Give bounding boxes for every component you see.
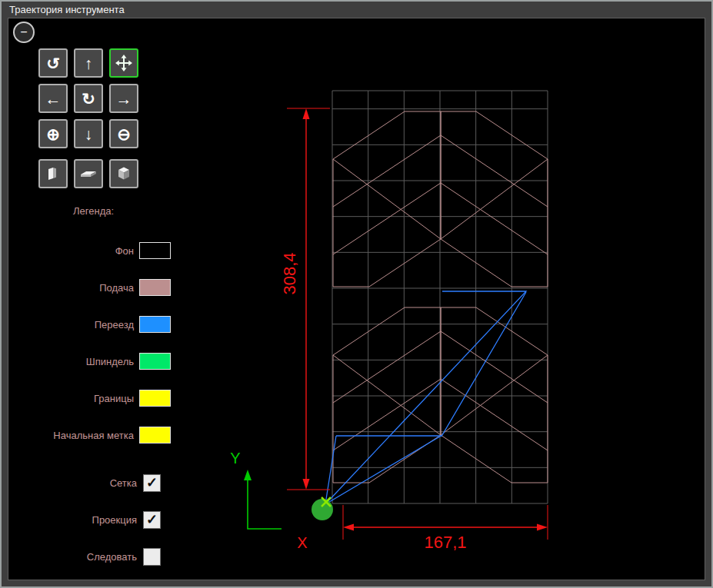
rotate-ccw-icon: ↺	[46, 55, 60, 71]
dim-arrow	[537, 524, 548, 531]
option-follow: Следовать	[15, 547, 161, 566]
zoom-in-icon: ⊕	[46, 126, 60, 142]
arrow-right-icon: →	[116, 91, 132, 107]
feed-path	[333, 379, 441, 450]
pan-right-button[interactable]: →	[109, 84, 138, 113]
x-axis-label: X	[297, 534, 307, 551]
grid-checkbox[interactable]: ✓	[143, 474, 161, 492]
zoom-in-button[interactable]: ⊕	[38, 119, 68, 148]
arrow-down-icon: ↓	[85, 126, 93, 142]
origin-marker	[312, 499, 333, 520]
view-iso-button[interactable]	[109, 159, 138, 188]
legend-label: Шпиндель	[86, 356, 134, 367]
legend-item-background: Фон	[15, 241, 171, 260]
option-label: Проекция	[92, 514, 137, 526]
dim-label-height: 308,4	[280, 252, 299, 294]
pan-up-button[interactable]: ↑	[74, 48, 103, 78]
rotate-view-button[interactable]: ↺	[38, 48, 68, 78]
dim-arrow	[303, 108, 310, 119]
startmark-color-swatch	[139, 427, 171, 443]
legend-label: Границы	[94, 393, 134, 404]
legend-item-startmark: Начальная метка	[15, 426, 171, 444]
rapid-color-swatch	[139, 316, 171, 333]
view-preset-toolbar	[38, 159, 138, 188]
legend-item-spindle: Шпиндель	[15, 352, 171, 370]
legend-label: Начальная метка	[53, 430, 134, 441]
iso-view-icon	[115, 165, 133, 182]
option-label: Сетка	[110, 477, 137, 489]
legend-item-bounds: Границы	[15, 389, 171, 407]
window-title: Траектория инструмента	[9, 4, 125, 15]
option-projection: Проекция ✓	[15, 510, 161, 529]
legend-item-rapid: Переезд	[15, 315, 171, 334]
view-side-button[interactable]	[38, 159, 68, 188]
feed-color-swatch	[139, 279, 171, 296]
pan-down-button[interactable]: ↓	[74, 119, 103, 148]
legend-label: Переезд	[95, 319, 134, 331]
dim-label-width: 167,1	[424, 533, 466, 552]
feed-path	[441, 379, 548, 450]
pan-left-button[interactable]: ←	[38, 84, 68, 113]
follow-checkbox[interactable]	[143, 548, 161, 566]
dim-arrow	[303, 479, 310, 490]
move-view-button[interactable]	[109, 48, 138, 78]
arrow-up-icon: ↑	[85, 55, 93, 71]
dim-arrow	[343, 524, 354, 531]
view-top-button[interactable]	[74, 159, 103, 188]
legend-title: Легенда:	[73, 205, 114, 217]
check-icon: ✓	[146, 476, 158, 490]
move-4way-icon	[115, 54, 133, 72]
legend-label: Подача	[99, 282, 134, 294]
background-color-swatch	[139, 242, 171, 259]
axis-lines	[248, 477, 282, 529]
y-axis-label: Y	[230, 450, 240, 467]
view-toolbar: ↺ ↑ ← ↻ → ⊕ ↓ ⊖	[38, 48, 138, 148]
option-label: Следовать	[87, 551, 137, 563]
feed-path	[333, 183, 441, 254]
collapse-button[interactable]: −	[13, 22, 35, 43]
bounds-color-swatch	[139, 390, 171, 407]
axis-arrow	[244, 470, 252, 480]
side-view-icon	[44, 166, 62, 181]
spindle-color-swatch	[139, 353, 171, 370]
zoom-out-button[interactable]: ⊖	[109, 119, 138, 148]
minus-icon: −	[20, 26, 27, 38]
projection-checkbox[interactable]: ✓	[143, 511, 161, 529]
legend-item-feed: Подача	[15, 278, 171, 297]
zoom-out-icon: ⊖	[117, 126, 131, 142]
top-view-icon	[78, 167, 98, 181]
feed-path	[441, 183, 548, 254]
arrow-left-icon: ←	[45, 91, 62, 107]
reset-view-button[interactable]: ↻	[74, 84, 103, 113]
rotate-cw-icon: ↻	[82, 91, 95, 107]
option-grid: Сетка ✓	[15, 473, 161, 492]
check-icon: ✓	[146, 513, 158, 527]
legend-label: Фон	[115, 245, 134, 257]
